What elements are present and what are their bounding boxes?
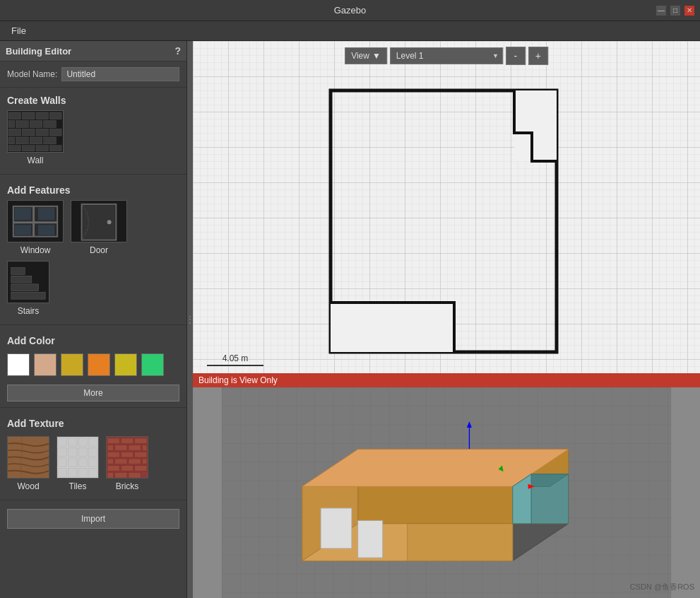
color-gold[interactable] [61, 353, 83, 376]
svg-rect-48 [58, 458, 67, 467]
color-white[interactable] [7, 353, 30, 376]
color-green[interactable] [141, 353, 164, 376]
svg-rect-40 [58, 438, 67, 447]
resize-handle[interactable] [187, 41, 193, 598]
sidebar-header: Building Editor ? [0, 41, 186, 61]
model-name-row: Model Name: [0, 61, 186, 88]
svg-rect-4 [49, 112, 61, 119]
svg-rect-17 [8, 146, 21, 151]
scale-bar [207, 365, 263, 366]
svg-rect-95 [358, 520, 383, 558]
view-toolbar: View ▼ Level 1 Level 2 - + [345, 47, 548, 65]
svg-rect-43 [88, 438, 97, 447]
sidebar-help-button[interactable]: ? [174, 45, 181, 57]
separator-3 [0, 407, 186, 408]
color-skin[interactable] [34, 353, 57, 376]
svg-point-32 [107, 220, 112, 224]
svg-rect-16 [44, 137, 57, 144]
create-walls-header: Create Walls [0, 88, 186, 110]
svg-rect-71 [107, 466, 119, 471]
wall-label: Wall [28, 156, 44, 165]
window-icon [7, 200, 64, 242]
svg-rect-67 [107, 459, 114, 464]
svg-rect-35 [11, 284, 39, 291]
close-button[interactable]: ✕ [684, 6, 694, 16]
wall-tools-row: Wall [0, 110, 186, 171]
svg-rect-7 [30, 120, 42, 127]
sidebar-title: Building Editor [6, 46, 71, 57]
grid-canvas [193, 41, 700, 387]
stairs-tool[interactable]: Stairs [7, 261, 49, 316]
color-orange[interactable] [88, 353, 110, 376]
svg-rect-72 [121, 466, 133, 471]
svg-rect-60 [107, 445, 114, 451]
svg-rect-47 [88, 447, 97, 457]
texture-row: Wood [0, 433, 186, 497]
separator-2 [0, 324, 186, 325]
bricks-texture[interactable]: Bricks [106, 436, 148, 491]
stairs-icon [7, 261, 49, 303]
wood-icon [7, 436, 49, 479]
menubar: File [0, 21, 700, 41]
svg-rect-49 [68, 458, 77, 467]
svg-rect-57 [107, 438, 119, 444]
scale-indicator: 4.05 m [207, 353, 263, 366]
svg-rect-58 [121, 438, 133, 444]
scene-3d [193, 387, 700, 598]
view-dropdown[interactable]: View ▼ [345, 47, 387, 64]
svg-rect-80 [514, 90, 557, 161]
wall-icon [7, 110, 64, 153]
add-features-header: Add Features [0, 177, 186, 200]
window-tool[interactable]: Window [7, 200, 64, 255]
svg-rect-45 [68, 447, 77, 457]
add-texture-header: Add Texture [0, 411, 186, 433]
color-row [0, 351, 186, 382]
view-2d: View ▼ Level 1 Level 2 - + 4.05 m Buildi… [193, 41, 700, 387]
view-3d[interactable]: CSDN @鱼香ROS [193, 387, 700, 598]
minimize-button[interactable]: — [656, 6, 666, 16]
maximize-button[interactable]: □ [670, 6, 680, 16]
svg-rect-53 [68, 468, 77, 477]
file-menu[interactable]: File [6, 24, 32, 37]
svg-rect-59 [135, 438, 147, 444]
add-color-header: Add Color [0, 328, 186, 351]
window-label: Window [20, 245, 51, 255]
door-tool[interactable]: Door [71, 200, 127, 255]
svg-rect-18 [22, 146, 35, 151]
svg-rect-50 [78, 458, 88, 467]
svg-rect-6 [16, 120, 29, 127]
color-yellow[interactable] [114, 353, 137, 376]
svg-rect-36 [11, 276, 32, 283]
more-colors-button[interactable]: More [7, 385, 179, 401]
import-button[interactable]: Import [7, 509, 179, 529]
svg-rect-55 [88, 468, 97, 477]
svg-rect-74 [107, 472, 114, 478]
wall-tool[interactable]: Wall [7, 110, 64, 165]
bricks-label: Bricks [116, 481, 139, 491]
zoom-minus-button[interactable]: - [506, 47, 526, 65]
wood-texture[interactable]: Wood [7, 436, 49, 491]
level-select[interactable]: Level 1 Level 2 [390, 47, 503, 64]
svg-rect-26 [38, 208, 54, 221]
watermark: CSDN @鱼香ROS [630, 582, 694, 592]
scale-text: 4.05 m [223, 353, 249, 363]
tiles-texture[interactable]: Tiles [57, 436, 99, 491]
svg-rect-61 [115, 445, 127, 451]
separator-1 [0, 174, 186, 175]
main-layout: Building Editor ? Model Name: Create Wal… [0, 41, 700, 598]
svg-rect-81 [331, 303, 454, 352]
svg-rect-12 [49, 129, 61, 136]
svg-rect-52 [58, 468, 67, 477]
door-icon [71, 200, 127, 242]
model-name-input[interactable] [61, 67, 179, 81]
svg-rect-20 [49, 146, 61, 151]
svg-rect-19 [36, 146, 49, 151]
svg-rect-42 [78, 438, 88, 447]
zoom-plus-button[interactable]: + [528, 47, 548, 65]
svg-rect-10 [22, 129, 35, 136]
svg-rect-62 [129, 445, 141, 451]
svg-rect-51 [88, 458, 97, 467]
svg-rect-75 [115, 472, 127, 478]
svg-rect-25 [15, 208, 31, 221]
titlebar: Gazebo — □ ✕ [0, 0, 700, 21]
